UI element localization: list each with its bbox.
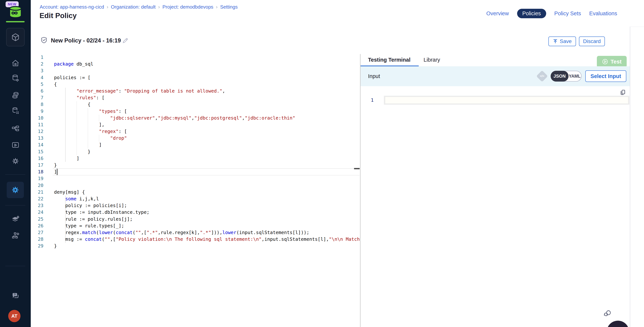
- code-line[interactable]: 18]: [31, 169, 360, 175]
- layers-gear-icon: [11, 215, 20, 224]
- save-label: Save: [560, 38, 572, 44]
- code-line[interactable]: 27 regex.match(lower(concat("",[".*",rul…: [31, 229, 360, 236]
- code-line[interactable]: 6 "error_message": "Dropping of table is…: [31, 88, 360, 94]
- code-line[interactable]: 29}: [31, 243, 360, 249]
- sidebar-item-layers-settings[interactable]: [0, 215, 31, 224]
- user-avatar[interactable]: AT: [8, 310, 20, 322]
- breadcrumb-account[interactable]: Account: app-harness-ng-cicd: [40, 4, 104, 10]
- sidebar-item-help[interactable]: ?: [0, 292, 31, 300]
- tab-policies[interactable]: Policies: [517, 9, 546, 18]
- breadcrumb-project[interactable]: Project: demodbdevops: [162, 4, 213, 10]
- sidebar-divider: [5, 174, 25, 175]
- policy-code-editor[interactable]: 12package db_sql34policies := [5{6 "erro…: [31, 54, 360, 327]
- code-line[interactable]: 4policies := [: [31, 74, 360, 81]
- code-line[interactable]: 1: [31, 54, 360, 61]
- code-line[interactable]: 2package db_sql: [31, 61, 360, 67]
- line-number: 22: [31, 196, 44, 202]
- copy-icon[interactable]: [620, 89, 626, 95]
- text-cursor: [57, 169, 58, 175]
- breadcrumb-settings[interactable]: Settings: [220, 4, 238, 10]
- code-line[interactable]: 21deny[msg] {: [31, 189, 360, 196]
- line-number: 20: [31, 182, 44, 189]
- line-number: 17: [31, 162, 44, 169]
- code-line[interactable]: 25 rule := policy.rules[j];: [31, 216, 360, 223]
- format-toggle[interactable]: JSON YAML: [551, 71, 582, 82]
- tab-testing-terminal[interactable]: Testing Terminal: [368, 54, 410, 65]
- format-json-option[interactable]: JSON: [551, 71, 568, 82]
- sidebar-item-database-settings[interactable]: [0, 74, 31, 82]
- save-button[interactable]: Save: [548, 36, 576, 46]
- logo-underline: [6, 21, 24, 22]
- breadcrumb-separator: ›: [158, 4, 160, 10]
- testing-panel-header: Testing Terminal Library Test: [360, 54, 630, 66]
- page-title: Edit Policy: [40, 11, 76, 20]
- code-line[interactable]: 5{: [31, 81, 360, 88]
- code-line[interactable]: 7 "rules": [: [31, 94, 360, 101]
- breadcrumb-separator: ›: [106, 4, 108, 10]
- code-line[interactable]: 12 "regex": [: [31, 128, 360, 135]
- line-number: 2: [31, 61, 44, 67]
- select-input-label: Select Input: [590, 73, 621, 79]
- panel-right-border: [630, 27, 630, 327]
- breadcrumb-separator: ›: [216, 4, 218, 10]
- sidebar-item-pipelines[interactable]: [0, 125, 31, 133]
- line-number: 10: [31, 115, 44, 121]
- select-input-button[interactable]: Select Input: [585, 70, 626, 82]
- sidebar-item-org-settings[interactable]: [0, 231, 31, 240]
- sidebar-item-home[interactable]: [0, 59, 31, 67]
- input-section-header: Input </> JSON YAML Select Input: [360, 66, 630, 86]
- support-chat-icon[interactable]: [604, 309, 612, 317]
- code-line[interactable]: 13 "drop": [31, 135, 360, 142]
- module-switcher-tile[interactable]: [6, 28, 24, 46]
- code-line[interactable]: 17}: [31, 162, 360, 169]
- code-line[interactable]: 10 "jdbc:sqlserver","jdbc:mysql","jdbc:p…: [31, 115, 360, 121]
- code-line[interactable]: 3: [31, 67, 360, 74]
- current-line-highlight: [53, 168, 360, 175]
- sidebar-item-executions[interactable]: [0, 141, 31, 149]
- tab-evaluations[interactable]: Evaluations: [589, 10, 617, 16]
- sidebar-item-settings-active[interactable]: [7, 182, 24, 198]
- breadcrumb: Account: app-harness-ng-cicd›Organizatio…: [40, 4, 238, 10]
- sidebar-item-default-settings[interactable]: [0, 157, 31, 165]
- code-line[interactable]: 28 msg := concat("",["Policy violation:\…: [31, 236, 360, 243]
- line-number: 13: [31, 135, 44, 142]
- code-line[interactable]: 20: [31, 182, 360, 189]
- sidebar: NEW: [0, 0, 31, 327]
- test-button[interactable]: Test: [597, 56, 627, 67]
- code-line[interactable]: 19: [31, 175, 360, 182]
- code-line[interactable]: 26 type = rule.types[_];: [31, 223, 360, 229]
- tab-overview[interactable]: Overview: [486, 10, 509, 16]
- code-line[interactable]: 16 ]: [31, 155, 360, 162]
- breadcrumb-organization[interactable]: Organization: default: [111, 4, 156, 10]
- sidebar-item-database-instances[interactable]: [0, 107, 31, 115]
- line-number: 14: [31, 142, 44, 148]
- format-yaml-option[interactable]: YAML: [568, 74, 581, 79]
- code-line[interactable]: 15 }: [31, 148, 360, 155]
- sidebar-item-database-stack[interactable]: [0, 91, 31, 99]
- input-editor-line[interactable]: [384, 96, 630, 105]
- line-number: 1: [31, 54, 44, 61]
- code-line[interactable]: 23 policy := policies[i];: [31, 202, 360, 209]
- line-number: 12: [31, 128, 44, 135]
- code-line[interactable]: 8 {: [31, 101, 360, 108]
- tab-library[interactable]: Library: [424, 54, 440, 65]
- pipeline-icon: [11, 125, 20, 133]
- discard-button[interactable]: Discard: [579, 36, 605, 46]
- tab-policy-sets[interactable]: Policy Sets: [554, 10, 581, 16]
- line-number: 25: [31, 216, 44, 223]
- line-number: 18: [31, 169, 44, 175]
- code-line[interactable]: 22 some i,j,k,l: [31, 196, 360, 202]
- line-number: 11: [31, 121, 44, 128]
- code-line[interactable]: 24 type := input.dbInstance.type;: [31, 209, 360, 216]
- play-circle-icon: [602, 58, 608, 65]
- edit-policy-name-icon[interactable]: [122, 37, 128, 44]
- code-line[interactable]: 14 ]: [31, 142, 360, 148]
- harness-dbops-logo-icon[interactable]: [8, 6, 23, 18]
- code-line[interactable]: 9 "types": [: [31, 108, 360, 115]
- line-number: 28: [31, 236, 44, 243]
- database-gear-icon: [11, 74, 20, 82]
- test-label: Test: [610, 58, 622, 65]
- line-number: 8: [31, 101, 44, 108]
- line-number: 9: [31, 108, 44, 115]
- code-line[interactable]: 11 ],: [31, 121, 360, 128]
